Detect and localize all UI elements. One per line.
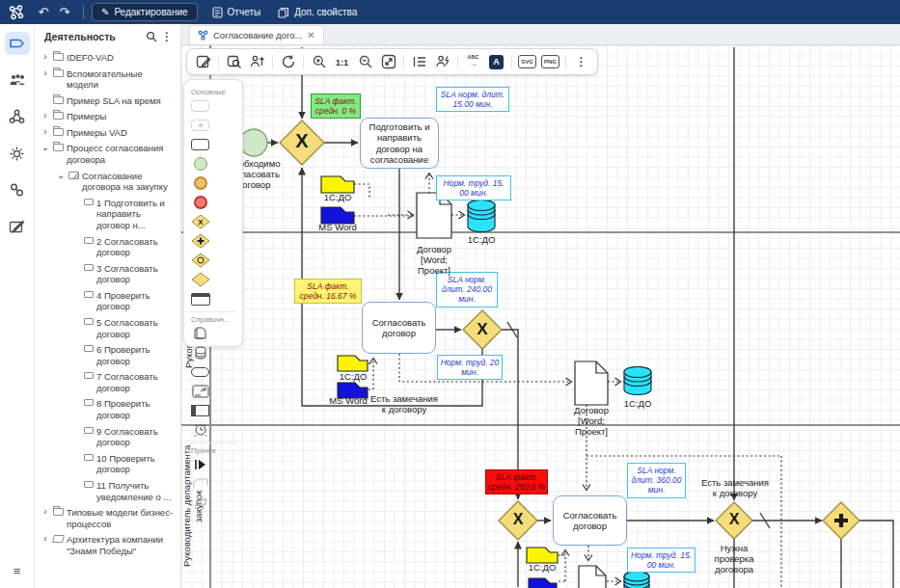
sla-norm-360-label[interactable]: SLA норм. длит. 360.00 мин. <box>627 463 686 498</box>
refresh-icon[interactable] <box>278 52 298 71</box>
gateway-x-3[interactable] <box>499 501 537 540</box>
zoom-in-icon[interactable] <box>309 52 329 71</box>
rail-item-objects[interactable] <box>5 178 30 201</box>
palette-shape-rect-square[interactable] <box>190 118 210 133</box>
fit-screen-icon[interactable] <box>378 52 398 71</box>
tree-item[interactable]: 11 Получить уведомление о ... <box>35 475 180 502</box>
palette-shape-screen[interactable] <box>190 384 210 399</box>
palette-shape-intermediate-event[interactable] <box>190 175 210 191</box>
palette-shape-gateway-event[interactable] <box>190 253 210 268</box>
sla-norm-240-label[interactable]: SLA норм. длит. 240.00 мин. <box>436 272 498 307</box>
sla-fact-250-label[interactable]: SLA факт. средн. 250.0 % <box>485 469 548 494</box>
palette-shape-flag-ghost[interactable] <box>190 495 210 511</box>
tree-item[interactable]: › Вспомогательные модели <box>35 64 180 91</box>
palette-shape-task[interactable] <box>190 137 210 152</box>
tree-item[interactable]: ⌄ Процесс согласования договора <box>35 138 180 165</box>
tree-item[interactable]: 2 Согласовать договор <box>35 231 180 258</box>
toolbar-more-icon[interactable]: ⋮ <box>571 52 591 71</box>
zoom-out-icon[interactable] <box>355 52 375 71</box>
export-png-button[interactable]: PNG <box>540 52 560 71</box>
palette-shape-start-event[interactable] <box>190 156 210 172</box>
edit-diagram-icon[interactable] <box>193 52 213 71</box>
tree-item[interactable]: 7 Согласовать договор <box>35 366 180 393</box>
palette-shape-band-rect[interactable] <box>190 403 210 418</box>
palette-shape-connector[interactable] <box>190 457 210 472</box>
tree-item[interactable]: › Примеры VAD <box>35 122 180 139</box>
palette-shape-documents[interactable] <box>190 326 210 341</box>
palette-shape-gateway-plain[interactable] <box>190 272 210 287</box>
palette-shape-gateway-parallel[interactable] <box>190 233 210 249</box>
palette-shape-frame-ghost[interactable] <box>190 476 210 492</box>
rail-item-processes[interactable] <box>5 32 30 55</box>
extra-properties-button[interactable]: Доп. свойства <box>269 4 366 21</box>
tree-chevron-icon[interactable]: ⌄ <box>41 143 50 152</box>
tree-item[interactable]: 4 Проверить договор <box>35 285 180 312</box>
rail-item-org-staff[interactable] <box>5 68 30 92</box>
tree-item[interactable]: › IDEF0-VAD <box>35 47 180 64</box>
tree-item[interactable]: 9 Согласовать договор <box>35 421 180 448</box>
sla-fact-16-label[interactable]: SLA факт. средн. 16.67 % <box>294 279 362 304</box>
edit-mode-button[interactable]: ✎ Редактирование <box>92 3 198 21</box>
norm-trud-15b-label[interactable]: Норм. труд. 15. 00 мин. <box>627 548 695 573</box>
tree-chevron-icon[interactable]: › <box>41 127 50 137</box>
task-prepare-contract[interactable]: Подготовить и направить договор на согла… <box>360 118 439 169</box>
tab-close-icon[interactable]: ✕ <box>307 30 314 40</box>
tab-diagram[interactable]: Согласование дого... ✕ <box>189 25 324 44</box>
norm-trud-20-label[interactable]: Норм. труд. 20 мин. <box>437 355 503 380</box>
tree-chevron-icon[interactable]: › <box>41 111 50 120</box>
tree-item[interactable]: › Примеры <box>35 106 180 122</box>
palette-shape-gateway-x[interactable]: X <box>190 214 210 229</box>
tree-item[interactable]: Пример SLA на время <box>35 91 180 107</box>
norm-trud-15-label[interactable]: Норм. труд. 15. 00 мин. <box>436 175 511 200</box>
tree-item[interactable]: › Архитектура компании "Знамя Победы" <box>35 529 180 556</box>
rail-item-reports[interactable] <box>5 215 30 238</box>
reports-button[interactable]: Отчеты <box>204 4 270 21</box>
palette-shape-database[interactable] <box>190 345 210 361</box>
zoom-ratio-label[interactable]: 1:1 <box>332 52 352 71</box>
tree-item[interactable]: 5 Согласовать договор <box>35 312 180 339</box>
palette-shape-pill[interactable] <box>190 364 210 380</box>
palette-shape-timer[interactable] <box>190 422 210 438</box>
app-logo-icon[interactable] <box>0 4 33 21</box>
navigator-menu-icon[interactable]: ⋮ <box>159 30 175 43</box>
sla-norm-15-label[interactable]: SLA норм. длит. 15.00 мин. <box>436 87 509 112</box>
palette-shape-end-event[interactable] <box>190 195 210 210</box>
tree-chevron-icon[interactable]: › <box>41 52 50 62</box>
preview-search-icon[interactable] <box>224 52 244 71</box>
tree-item[interactable]: 6 Проверить договор <box>35 339 180 366</box>
gateway-x-2[interactable] <box>463 310 502 349</box>
rail-menu-icon[interactable]: ≡ <box>14 564 21 578</box>
tree-chevron-icon[interactable]: › <box>41 507 50 517</box>
spellcheck-icon[interactable]: ABC → <box>463 52 483 71</box>
undo-icon[interactable]: ↶ <box>33 4 54 21</box>
redo-icon[interactable]: ↷ <box>54 4 75 21</box>
tree-item[interactable]: 1 Подготовить и направить договор н... <box>35 193 180 231</box>
task-approve-contract-1[interactable]: Согласовать договор <box>362 302 436 354</box>
start-event[interactable] <box>240 129 267 156</box>
person-up-icon[interactable] <box>247 52 267 71</box>
tree-item-label: 6 Проверить договор <box>96 344 177 366</box>
tree-item[interactable]: 10 Проверить договор <box>35 448 180 475</box>
palette-shape-subprocess[interactable] <box>190 291 210 307</box>
search-icon[interactable] <box>144 31 159 42</box>
tree-chevron-icon[interactable]: ⌄ <box>56 171 66 180</box>
tree-node-icon <box>53 144 64 151</box>
rail-item-settings[interactable] <box>5 142 30 165</box>
diagram-canvas[interactable]: Руководитель Руководитель департамента з… <box>181 45 900 588</box>
tree-item[interactable]: 3 Согласовать договор <box>35 258 180 285</box>
tree-chevron-icon[interactable]: › <box>41 68 50 78</box>
palette-shape-light-rect[interactable] <box>190 98 210 114</box>
tree-item[interactable]: › Типовые модели бизнес-процессов <box>35 502 180 529</box>
rail-item-structure[interactable] <box>5 105 30 128</box>
export-svg-button[interactable]: SVG <box>517 52 537 71</box>
gateway-x-4[interactable] <box>716 502 752 539</box>
sla-fact-0-label[interactable]: SLA факт. средн. 0 % <box>311 94 361 119</box>
text-style-button[interactable]: A <box>486 52 506 71</box>
tree-item[interactable]: 8 Проверить договор <box>35 393 180 420</box>
tree-node-icon <box>68 172 79 179</box>
person-flash-icon[interactable] <box>432 52 452 71</box>
outline-list-icon[interactable] <box>409 52 429 71</box>
tree-item[interactable]: ⌄ Согласование договора на закупку <box>35 166 180 193</box>
task-approve-contract-2[interactable]: Согласовать договор <box>553 495 627 546</box>
tree-chevron-icon[interactable]: › <box>41 534 50 544</box>
